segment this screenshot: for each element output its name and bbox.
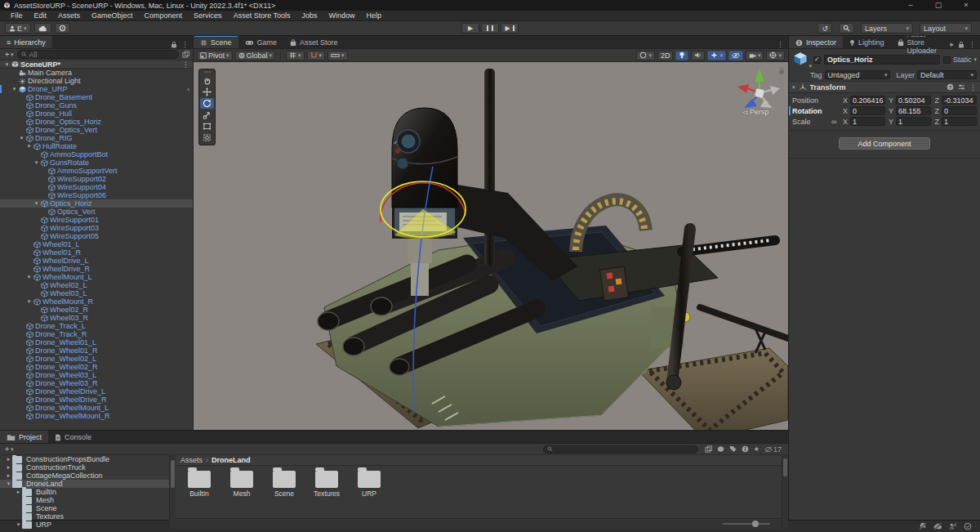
measure-tool-button[interactable]: ▾ — [327, 51, 348, 60]
presets-icon[interactable] — [958, 83, 965, 91]
asset-folder-mesh[interactable]: Mesh — [226, 471, 257, 518]
tag-dropdown[interactable]: Untagged▾ — [825, 70, 891, 79]
move-tool[interactable] — [200, 87, 214, 97]
hierarchy-row-directional-light[interactable]: Directional Light — [0, 77, 193, 85]
hierarchy-row-wheel03-l[interactable]: Wheel03_L — [0, 289, 193, 297]
project-search-input[interactable] — [543, 445, 698, 454]
hierarchy-row-drone-wheel01-r[interactable]: Drone_Wheel01_R — [0, 346, 193, 355]
search-button[interactable] — [839, 23, 854, 34]
hierarchy-row-drone-rig[interactable]: ▾Drone_RIG — [0, 134, 193, 142]
hierarchy-row-wiresupport03[interactable]: WireSupport03 — [0, 224, 193, 232]
snap-increment-button[interactable]: ▾ — [307, 51, 326, 60]
hierarchy-row-hullrotate[interactable]: ▾HullRotate — [0, 142, 193, 150]
lock-icon[interactable] — [958, 41, 964, 48]
position-y-field[interactable]: 0.50204 — [896, 96, 931, 105]
foldout-arrow-icon[interactable]: ▾ — [25, 143, 33, 150]
hierarchy-row-wheel02-l[interactable]: Wheel02_L — [0, 281, 193, 289]
status-check-icon[interactable] — [964, 522, 972, 530]
2d-toggle-button[interactable]: 2D — [657, 51, 674, 60]
hierarchy-row-drone-wheel03-l[interactable]: Drone_Wheel03_L — [0, 371, 193, 379]
shading-mode-dropdown[interactable]: ▾ — [636, 51, 655, 60]
layout-dropdown[interactable]: Layout▾ — [920, 23, 972, 34]
breadcrumb-droneland[interactable]: DroneLand — [212, 456, 251, 464]
kebab-menu-icon[interactable]: ⋮ — [777, 40, 784, 48]
menu-component[interactable]: Component — [139, 11, 189, 20]
scale-z-field[interactable]: 1 — [942, 117, 977, 126]
open-window-icon[interactable] — [705, 445, 712, 453]
project-tree-row-cottagemegacollection[interactable]: ▸CottageMegaCollection — [0, 472, 169, 480]
foldout-arrow-icon[interactable]: ▾ — [25, 274, 33, 280]
menu-services[interactable]: Services — [188, 11, 228, 20]
foldout-arrow-icon[interactable]: ▾ — [33, 200, 40, 207]
more-tabs-arrow-icon[interactable]: ▸ — [950, 40, 954, 48]
gizmo-lock-icon[interactable] — [778, 67, 785, 74]
scale-y-field[interactable]: 1 — [896, 117, 931, 126]
chevron-down-icon[interactable]: ▾ — [973, 56, 977, 63]
position-x-field[interactable]: 0.206416 — [850, 96, 885, 105]
foldout-arrow-icon[interactable]: ▾ — [3, 61, 11, 68]
static-checkbox[interactable] — [943, 56, 951, 64]
menu-gameobject[interactable]: GameObject — [86, 11, 139, 20]
hierarchy-row-drone-wheel02-r[interactable]: Drone_Wheel02_R — [0, 363, 193, 371]
undo-history-button[interactable]: ↺ — [817, 23, 832, 34]
hierarchy-row-drone-wheeldrive-r[interactable]: Drone_WheelDrive_R — [0, 396, 193, 404]
step-button[interactable]: ▶ — [501, 23, 519, 34]
asset-folder-textures[interactable]: Textures — [311, 471, 342, 518]
tab-project[interactable]: Project — [0, 431, 48, 443]
hierarchy-row-drone-wheeldrive-l[interactable]: Drone_WheelDrive_L — [0, 387, 193, 396]
services-button[interactable] — [55, 23, 70, 34]
project-tree-row-constructionpropsbundle[interactable]: ▸ConstructionPropsBundle — [0, 455, 169, 463]
minimize-button[interactable]: – — [897, 0, 924, 11]
hierarchy-row-wiresupport01[interactable]: WireSupport01 — [0, 216, 193, 224]
scene-visibility-button[interactable] — [728, 51, 743, 60]
menu-window[interactable]: Window — [323, 11, 361, 20]
global-dropdown[interactable]: Global▾ — [235, 51, 276, 60]
foldout-arrow-icon[interactable]: ▾ — [18, 135, 25, 141]
hierarchy-row-ammosupportvert[interactable]: AmmoSupportVert — [0, 167, 193, 175]
foldout-arrow-icon[interactable]: ▸ — [5, 464, 12, 471]
tab-hierarchy[interactable]: ≡ Hierarchy — [0, 36, 52, 48]
rect-tool[interactable] — [200, 121, 214, 132]
scale-x-field[interactable]: 1 — [850, 117, 885, 126]
hierarchy-row-wiresupport06[interactable]: WireSupport06 — [0, 191, 193, 199]
play-button[interactable]: ▶ — [461, 23, 479, 34]
hierarchy-row-drone-basement[interactable]: Drone_Basement — [0, 93, 193, 101]
hierarchy-row-wiresupport02[interactable]: WireSupport02 — [0, 175, 193, 183]
perspective-label[interactable]: ◅ Persp — [734, 108, 777, 116]
kebab-menu-icon[interactable]: ⋮ — [182, 60, 189, 69]
pause-button[interactable] — [481, 23, 499, 34]
hierarchy-row-drone-track-r[interactable]: Drone_Track_R — [0, 330, 193, 338]
open-window-icon[interactable] — [182, 51, 189, 58]
hierarchy-row-optics-vert[interactable]: Optics_Vert — [0, 208, 193, 216]
hierarchy-row-wheelmount-r[interactable]: ▾WheelMount_R — [0, 297, 193, 306]
foldout-arrow-icon[interactable]: ▸ — [15, 489, 22, 495]
hierarchy-row-drone-wheelmount-r[interactable]: Drone_WheelMount_R — [0, 412, 193, 420]
hierarchy-row-wheel01-r[interactable]: Wheel01_R — [0, 248, 193, 257]
hierarchy-row-drone-optics-horiz[interactable]: Drone_Optics_Horiz — [0, 118, 193, 126]
rotate-tool[interactable] — [200, 98, 214, 109]
kebab-menu-icon[interactable]: ⋮ — [969, 40, 976, 48]
collab-disabled-icon[interactable] — [949, 522, 957, 530]
hierarchy-row-drone-hull[interactable]: Drone_Hull — [0, 110, 193, 118]
gizmos-dropdown[interactable]: ▾ — [766, 51, 785, 60]
foldout-arrow-icon[interactable]: ▾ — [11, 86, 18, 92]
hierarchy-row-drone-optics-vert[interactable]: Drone_Optics_Vert — [0, 126, 193, 134]
layers-dropdown[interactable]: Layers▾ — [861, 23, 913, 34]
breadcrumb-assets[interactable]: Assets — [180, 456, 203, 464]
hierarchy-row-main-camera[interactable]: Main Camera — [0, 69, 193, 77]
foldout-arrow-icon[interactable]: ▾ — [33, 159, 40, 166]
menu-jobs[interactable]: Jobs — [296, 11, 323, 20]
menu-edit[interactable]: Edit — [29, 11, 53, 20]
hierarchy-row-wiresupport05[interactable]: WireSupport05 — [0, 232, 193, 240]
view-hand-tool[interactable] — [200, 75, 214, 86]
cloud-sync-disabled-icon[interactable] — [933, 522, 942, 530]
lighting-toggle-button[interactable] — [675, 51, 688, 60]
project-add-button[interactable]: ＋▾ — [3, 444, 14, 454]
scene-viewport[interactable]: ◅ Persp — [194, 62, 788, 430]
asset-folder-builtin[interactable]: BuiltIn — [184, 471, 215, 518]
project-tree-scrollbar[interactable] — [169, 455, 176, 529]
favorites-star-icon[interactable]: ★ — [754, 445, 760, 453]
close-button[interactable]: × — [952, 0, 980, 11]
audio-toggle-button[interactable] — [691, 51, 705, 60]
lock-icon[interactable] — [171, 41, 177, 48]
